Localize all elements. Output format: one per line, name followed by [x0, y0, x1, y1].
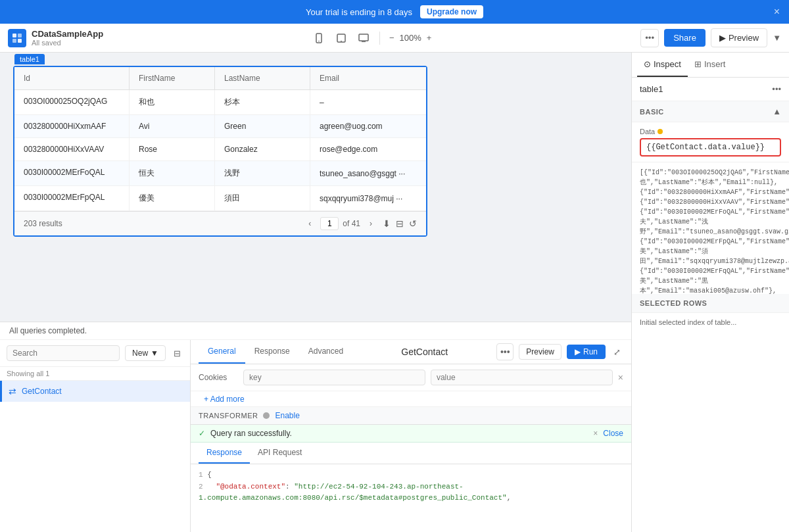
preview-chevron-icon[interactable]: ▼ [773, 33, 781, 43]
filter-icon[interactable]: ⊟ [171, 346, 183, 361]
cookie-key-input[interactable] [243, 370, 425, 385]
query-run-button[interactable]: ▶ Run [567, 345, 606, 359]
cell-email: rose@edge.com [310, 138, 426, 160]
right-panel-tabs: ⊙ Inspect ⊞ Insert [632, 53, 789, 78]
cookie-value-input[interactable] [431, 370, 613, 385]
section-collapse-icon[interactable]: ▲ [773, 107, 781, 116]
status-text: All queries completed. [9, 326, 87, 335]
selected-rows-title: SELECTED ROWS [640, 299, 707, 307]
bottom-layout: New ▼ ⊟ Showing all 1 ⇄ GetContact [0, 340, 631, 532]
tab-response-view[interactable]: Response [199, 443, 250, 464]
transformer-label: TRANSFORMER [199, 412, 258, 420]
table-row[interactable]: 0032800000HiXxmAAF Avi Green agreen@uog.… [14, 115, 426, 138]
refresh-button[interactable]: ↺ [409, 218, 417, 229]
download-button[interactable]: ⬇ [383, 218, 391, 229]
basic-section-header: BASIC ▲ [632, 101, 789, 122]
tab-inspect[interactable]: ⊙ Inspect [637, 53, 688, 77]
query-item-getcontact[interactable]: ⇄ GetContact [0, 381, 190, 402]
column-header-lastname: LastName [215, 67, 310, 89]
topbar-center: − 100% + [310, 29, 434, 47]
data-value-input[interactable] [640, 138, 781, 157]
cell-id: 0030I00002MErFoQAL [14, 161, 130, 185]
app-logo: CDataSampleApp All saved [8, 29, 103, 47]
selected-rows-section-header: SELECTED ROWS [632, 294, 789, 313]
cell-lastname: 浅野 [215, 161, 310, 185]
preview-button[interactable]: ▶ Preview [711, 28, 767, 47]
expand-icon[interactable]: ⤢ [611, 345, 623, 360]
tab-general[interactable]: General [199, 340, 245, 364]
table-widget[interactable]: table1 Id FirstName LastName Email 003OI… [13, 66, 427, 237]
svg-rect-1 [18, 34, 22, 37]
cookie-close-icon[interactable]: × [618, 372, 623, 383]
query-more-button[interactable]: ••• [496, 343, 514, 360]
table-row[interactable]: 0030I00002MErFpQAL 優美 須田 sqxqqryumi378@m… [14, 186, 426, 211]
tab-advanced[interactable]: Advanced [299, 340, 352, 364]
cell-id: 0032800000HiXxmAAF [14, 115, 130, 137]
queries-search-bar: New ▼ ⊟ [0, 340, 190, 367]
results-count: 203 results [24, 219, 298, 228]
data-field: Data [632, 122, 789, 162]
next-page-button[interactable]: › [364, 217, 377, 230]
table-actions: ⬇ ⊟ ↺ [383, 218, 417, 229]
query-item-label: GetContact [22, 387, 62, 396]
cell-firstname: 和也 [130, 90, 215, 114]
zoom-in-button[interactable]: + [424, 32, 435, 44]
trial-text: Your trial is ending in 8 days [306, 7, 412, 17]
insert-icon: ⊞ [694, 59, 702, 69]
showing-label: Showing all 1 [0, 367, 190, 381]
transformer-status-icon [263, 412, 270, 419]
cell-firstname: Avi [130, 115, 215, 137]
query-preview-button[interactable]: Preview [519, 344, 562, 360]
upgrade-button[interactable]: Upgrade now [420, 5, 483, 18]
share-button[interactable]: Share [664, 29, 705, 47]
play-icon: ▶ [719, 33, 726, 43]
tablet-view-icon[interactable] [332, 29, 350, 47]
main-layout: table1 Id FirstName LastName Email 003OI… [0, 53, 789, 532]
table-widget-label: table1 [14, 54, 45, 64]
json-viewer: 1 { 2 "@odata.context": "http://ec2-54-9… [191, 464, 631, 532]
success-icon: ✓ [199, 429, 205, 438]
more-options-button[interactable]: ••• [640, 29, 659, 47]
right-panel-title: table1 [640, 84, 663, 94]
banner-close-icon[interactable]: × [774, 6, 780, 18]
success-text: Query ran successfully. [210, 429, 588, 438]
tab-insert[interactable]: ⊞ Insert [688, 53, 732, 77]
selected-rows-content: Initial selected index of table... [632, 313, 789, 331]
data-label-text: Data [640, 128, 655, 135]
search-input[interactable] [7, 345, 120, 361]
svg-rect-0 [12, 34, 16, 37]
cell-id: 0032800000HiXxVAAV [14, 138, 130, 160]
mobile-view-icon[interactable] [310, 29, 328, 47]
cell-email: sqxqqryumi378@muj ··· [310, 186, 426, 210]
dismiss-success-icon[interactable]: × [593, 429, 598, 438]
enable-toggle[interactable]: Enable [275, 411, 299, 420]
tab-api-request[interactable]: API Request [250, 443, 310, 464]
table-row[interactable]: 003OI000025OQ2jQAG 和也 杉本 – [14, 90, 426, 115]
add-more-button[interactable]: + Add more [199, 392, 250, 406]
close-success-button[interactable]: Close [603, 429, 623, 438]
prev-page-button[interactable]: ‹ [303, 217, 316, 230]
zoom-out-button[interactable]: − [387, 32, 397, 44]
inspect-icon: ⊙ [644, 59, 651, 69]
tab-response[interactable]: Response [245, 340, 299, 364]
filter-button[interactable]: ⊟ [396, 218, 404, 229]
column-header-id: Id [14, 67, 130, 89]
trial-banner: Your trial is ending in 8 days Upgrade n… [0, 0, 789, 24]
bottom-panel: All queries completed. New ▼ ⊟ Showing a… [0, 322, 631, 532]
inspect-label: Inspect [654, 59, 681, 69]
table-row[interactable]: 0030I00002MErFoQAL 恒夫 浅野 tsuneo_asano@gs… [14, 161, 426, 186]
page-input[interactable] [320, 217, 339, 230]
query-toolbar: ••• Preview ▶ Run ⤢ [496, 343, 623, 360]
panel-options-button[interactable]: ••• [772, 84, 781, 94]
response-tabs: Response API Request [191, 443, 631, 464]
logo-icon [11, 32, 23, 44]
svg-rect-5 [318, 41, 320, 41]
svg-rect-8 [359, 34, 368, 41]
table-row[interactable]: 0032800000HiXxVAAV Rose Gonzalez rose@ed… [14, 138, 426, 161]
data-field-label: Data [640, 128, 781, 135]
desktop-view-icon[interactable] [354, 29, 373, 47]
new-query-button[interactable]: New ▼ [125, 345, 166, 361]
table-rows: 003OI000025OQ2jQAG 和也 杉本 – 0032800000HiX… [14, 90, 426, 211]
query-icon: ⇄ [9, 386, 16, 397]
table-footer: 203 results ‹ of 41 › ⬇ ⊟ ↺ [14, 211, 426, 235]
